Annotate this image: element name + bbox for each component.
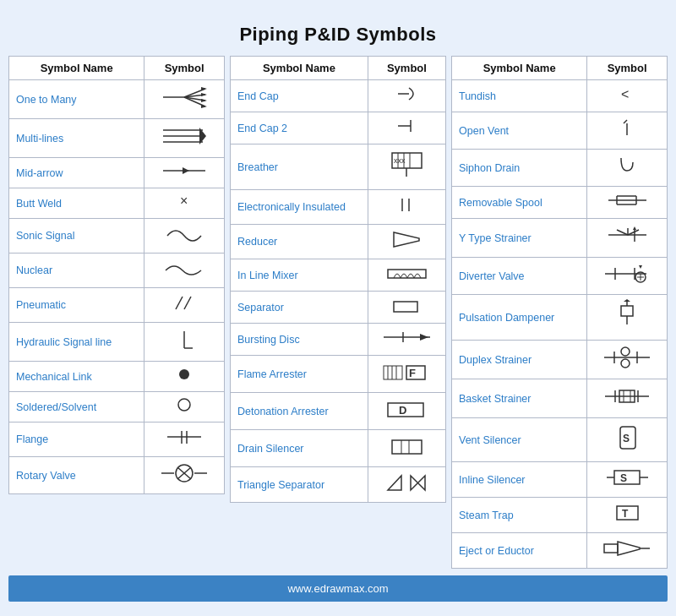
table-row: Basket Strainer xyxy=(452,379,668,418)
table-row: Flange xyxy=(9,422,225,457)
table-row: Mid-arrow xyxy=(9,158,225,188)
symbol-cell xyxy=(587,533,668,569)
symbol-name: Butt Weld xyxy=(9,188,144,219)
steam-trap-icon: T xyxy=(608,502,646,524)
symbol-cell: × xyxy=(144,188,225,219)
table-3: Symbol Name Symbol Tundish < Open Vent xyxy=(451,56,668,569)
table-row: Vent Silencer S xyxy=(452,418,668,462)
table-row: Duplex Strainer xyxy=(452,341,668,379)
drain-silencer-icon xyxy=(388,434,426,458)
svg-point-89 xyxy=(621,359,630,368)
symbol-name: Mid-arrow xyxy=(9,158,144,188)
symbol-cell xyxy=(368,112,445,144)
symbol-cell xyxy=(144,253,225,288)
symbol-name: Tundish xyxy=(452,80,587,112)
table-row: Diverter Valve xyxy=(452,258,668,295)
svg-marker-73 xyxy=(633,226,636,230)
table-row: Multi-lines xyxy=(9,119,225,158)
table-row: Siphon Drain xyxy=(452,150,668,187)
multi-lines-icon xyxy=(159,123,210,149)
symbol-name: Diverter Valve xyxy=(452,258,587,295)
svg-point-88 xyxy=(621,347,630,356)
symbol-name: Mechanical Link xyxy=(9,362,144,392)
symbol-cell xyxy=(144,392,225,422)
tables-row: Symbol Name Symbol One to Many xyxy=(8,56,668,569)
symbol-name: Y Type Strainer xyxy=(452,219,587,258)
symbol-name: Hydraulic Signal line xyxy=(9,323,144,362)
table3-header-name: Symbol Name xyxy=(452,57,587,80)
svg-text:S: S xyxy=(620,472,627,484)
table-row: Triangle Separator xyxy=(231,467,446,503)
symbol-cell xyxy=(144,119,225,158)
symbol-name: Vent Silencer xyxy=(452,418,587,462)
table-row: Sonic Signal xyxy=(9,219,225,253)
symbol-name: Triangle Separator xyxy=(231,467,368,503)
table-row: Drain Silencer xyxy=(231,430,446,467)
triangle-separator-icon xyxy=(381,472,432,493)
symbol-cell: S xyxy=(587,418,668,462)
hydraulic-signal-icon xyxy=(172,327,197,352)
svg-rect-47 xyxy=(384,366,402,379)
symbol-name: Detonation Arrester xyxy=(231,393,368,430)
y-type-strainer-icon xyxy=(604,223,651,248)
symbol-cell: F xyxy=(368,356,445,393)
mechanical-link-icon xyxy=(172,366,197,383)
one-to-many-icon xyxy=(159,84,210,110)
symbol-cell: D xyxy=(368,393,445,430)
flame-arrester-icon: F xyxy=(379,360,434,384)
svg-text:D: D xyxy=(399,404,406,417)
table-row: Open Vent xyxy=(452,112,668,150)
symbol-name: Bursting Disc xyxy=(231,324,368,356)
inline-silencer-icon: S xyxy=(604,466,651,488)
table-row: Flame Arrester F xyxy=(231,356,446,393)
table-row: Inline Silencer S xyxy=(452,462,668,498)
duplex-strainer-icon xyxy=(602,345,652,370)
symbol-name: Electronically Insulated xyxy=(231,190,368,225)
table-row: Y Type Strainer xyxy=(452,219,668,258)
symbol-name: Soldered/Solvent xyxy=(9,392,144,422)
svg-rect-104 xyxy=(604,544,618,553)
svg-marker-6 xyxy=(201,93,207,96)
symbol-name: Duplex Strainer xyxy=(452,341,587,379)
table-2: Symbol Name Symbol End Cap End Cap 2 xyxy=(230,56,446,503)
symbol-cell xyxy=(144,288,225,323)
symbol-cell: T xyxy=(587,498,668,533)
symbol-name: Nuclear xyxy=(9,253,144,288)
electronically-insulated-icon xyxy=(394,194,419,215)
end-cap-2-icon xyxy=(394,117,419,135)
symbol-cell xyxy=(587,295,668,341)
symbol-name: Drain Silencer xyxy=(231,430,368,467)
pulsation-dampener-icon xyxy=(614,299,640,331)
symbol-name: Sonic Signal xyxy=(9,219,144,253)
butt-weld-icon: × xyxy=(167,193,201,210)
table-row: Pulsation Dampener xyxy=(452,295,668,341)
symbol-name: Pulsation Dampener xyxy=(452,295,587,341)
nuclear-icon xyxy=(159,258,210,279)
table-row: Steam Trap T xyxy=(452,498,668,533)
svg-line-17 xyxy=(184,297,191,309)
flange-icon xyxy=(163,427,205,448)
inline-mixer-icon xyxy=(384,264,430,282)
table-row: In Line Mixer xyxy=(231,259,446,292)
svg-marker-58 xyxy=(388,476,401,490)
table-row: Mechanical Link xyxy=(9,362,225,392)
symbol-name: Reducer xyxy=(231,225,368,259)
table-row: Removable Spool xyxy=(452,187,668,219)
symbol-cell xyxy=(587,341,668,379)
symbol-cell: < xyxy=(587,80,668,112)
symbol-cell: S xyxy=(587,462,668,498)
end-cap-icon xyxy=(394,84,419,103)
footer-text: www.edrawmax.com xyxy=(287,582,388,595)
symbol-name: In Line Mixer xyxy=(231,259,368,292)
detonation-arrester-icon: D xyxy=(384,397,430,421)
table1-header-name: Symbol Name xyxy=(9,57,144,80)
symbol-cell xyxy=(368,225,445,259)
table3-header-symbol: Symbol xyxy=(587,57,668,80)
svg-point-20 xyxy=(179,369,189,379)
table-row: Eject or Eductor xyxy=(452,533,668,569)
vent-silencer-icon: S xyxy=(610,422,644,453)
symbol-cell xyxy=(368,80,445,112)
mid-arrow-icon xyxy=(159,162,210,179)
tundish-icon: < xyxy=(617,84,638,103)
svg-marker-80 xyxy=(639,265,642,269)
